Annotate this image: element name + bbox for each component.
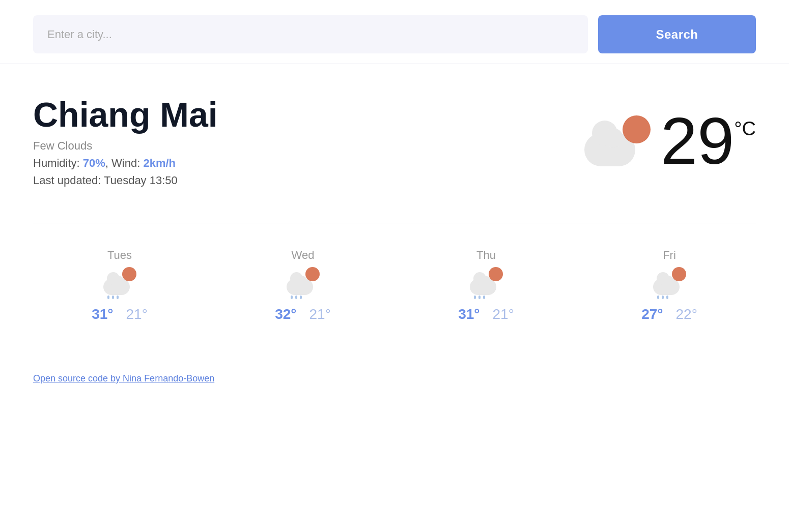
forecast-sun-icon xyxy=(489,267,503,281)
city-name: Chiang Mai xyxy=(33,95,218,134)
forecast-weather-icon xyxy=(470,267,503,295)
forecast-cloud-icon xyxy=(470,279,496,295)
main-content: Chiang Mai Few Clouds Humidity: 70%, Win… xyxy=(0,64,789,343)
rain-dots xyxy=(657,295,668,299)
rain-dots xyxy=(474,295,485,299)
forecast-sun-icon xyxy=(122,267,136,281)
forecast-cloud-icon xyxy=(653,279,680,295)
current-weather-icon xyxy=(584,115,651,166)
rain-dot xyxy=(117,295,119,299)
rain-dot xyxy=(112,295,114,299)
temp-number: 29 xyxy=(661,108,735,174)
search-button[interactable]: Search xyxy=(598,15,756,53)
forecast-day-label: Thu xyxy=(476,249,496,262)
forecast-high: 31° xyxy=(458,306,480,322)
sun-icon xyxy=(623,115,651,143)
last-updated: Last updated: Tuesday 13:50 xyxy=(33,174,218,187)
forecast-day: Wed 32° 21° xyxy=(216,249,389,322)
rain-dot xyxy=(657,295,659,299)
forecast-day: Thu 31° 21° xyxy=(400,249,573,322)
rain-dots xyxy=(291,295,302,299)
forecast-low: 21° xyxy=(126,306,148,322)
forecast-sun-icon xyxy=(672,267,686,281)
source-link[interactable]: Open source code by Nina Fernando-Bowen xyxy=(33,373,214,383)
forecast-day: Tues 31° 21° xyxy=(33,249,206,322)
forecast-section: Tues 31° 21° Wed xyxy=(33,223,756,322)
rain-dot xyxy=(666,295,668,299)
forecast-temps: 32° 21° xyxy=(275,306,331,322)
humidity-wind: Humidity: 70%, Wind: 2km/h xyxy=(33,157,218,170)
rain-dot xyxy=(107,295,109,299)
footer: Open source code by Nina Fernando-Bowen xyxy=(0,343,789,404)
temperature-section: 29 °C xyxy=(584,108,756,174)
city-info: Chiang Mai Few Clouds Humidity: 70%, Win… xyxy=(33,95,218,187)
forecast-low: 21° xyxy=(309,306,331,322)
forecast-day: Fri 27° 22° xyxy=(583,249,756,322)
forecast-day-label: Tues xyxy=(107,249,132,262)
forecast-weather-icon xyxy=(653,267,686,295)
search-input[interactable] xyxy=(33,15,588,53)
forecast-day-label: Wed xyxy=(292,249,315,262)
forecast-sun-icon xyxy=(305,267,320,281)
forecast-high: 32° xyxy=(275,306,296,322)
forecast-low: 21° xyxy=(493,306,514,322)
temperature-display: 29 °C xyxy=(661,108,756,174)
rain-dot xyxy=(478,295,481,299)
forecast-high: 31° xyxy=(92,306,113,322)
forecast-temps: 31° 21° xyxy=(92,306,148,322)
forecast-cloud-icon xyxy=(103,279,130,295)
header: Search xyxy=(0,0,789,64)
rain-dot xyxy=(662,295,664,299)
rain-dot xyxy=(300,295,302,299)
current-weather-section: Chiang Mai Few Clouds Humidity: 70%, Win… xyxy=(33,95,756,187)
forecast-cloud-icon xyxy=(287,279,313,295)
weather-description: Few Clouds xyxy=(33,139,218,153)
forecast-temps: 31° 21° xyxy=(458,306,514,322)
rain-dots xyxy=(107,295,119,299)
forecast-weather-icon xyxy=(287,267,320,295)
rain-dot xyxy=(474,295,476,299)
forecast-low: 22° xyxy=(676,306,697,322)
forecast-high: 27° xyxy=(641,306,663,322)
temp-unit: °C xyxy=(734,118,756,140)
rain-dot xyxy=(483,295,485,299)
rain-dot xyxy=(295,295,297,299)
rain-dot xyxy=(291,295,293,299)
forecast-weather-icon xyxy=(103,267,136,295)
forecast-temps: 27° 22° xyxy=(641,306,697,322)
forecast-day-label: Fri xyxy=(663,249,676,262)
